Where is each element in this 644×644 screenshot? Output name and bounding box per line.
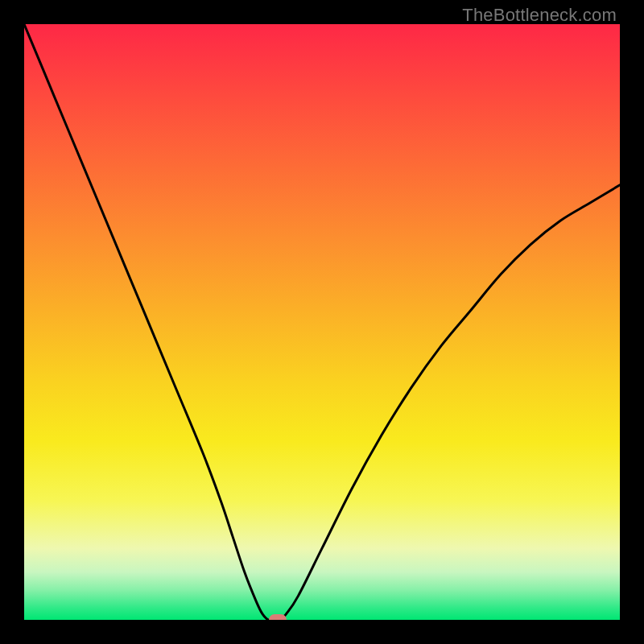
bottleneck-curve [24, 24, 620, 620]
optimal-point-marker [269, 614, 287, 620]
plot-area [24, 24, 620, 620]
chart-frame: TheBottleneck.com [0, 0, 644, 644]
watermark-text: TheBottleneck.com [462, 5, 617, 26]
